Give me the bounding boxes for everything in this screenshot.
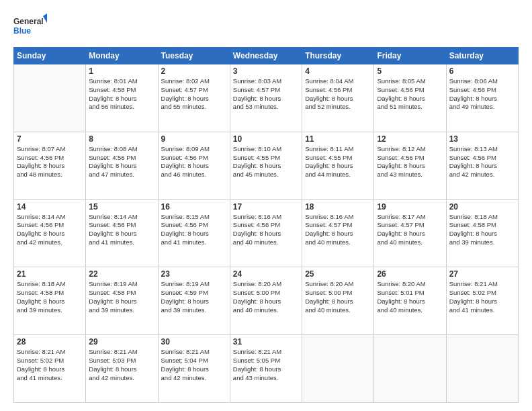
calendar-week-4: 21Sunrise: 8:18 AM Sunset: 4:58 PM Dayli… bbox=[14, 267, 519, 335]
day-info: Sunrise: 8:05 AM Sunset: 4:56 PM Dayligh… bbox=[377, 77, 443, 111]
day-info: Sunrise: 8:12 AM Sunset: 4:56 PM Dayligh… bbox=[377, 145, 443, 179]
day-number: 31 bbox=[233, 337, 299, 347]
day-info: Sunrise: 8:21 AM Sunset: 5:02 PM Dayligh… bbox=[17, 348, 83, 382]
day-number: 20 bbox=[449, 202, 515, 212]
day-info: Sunrise: 8:15 AM Sunset: 4:56 PM Dayligh… bbox=[161, 213, 227, 247]
calendar-cell: 12Sunrise: 8:12 AM Sunset: 4:56 PM Dayli… bbox=[374, 132, 446, 199]
calendar-cell: 9Sunrise: 8:09 AM Sunset: 4:56 PM Daylig… bbox=[158, 132, 230, 199]
calendar-cell: 23Sunrise: 8:19 AM Sunset: 4:59 PM Dayli… bbox=[158, 267, 230, 335]
day-number: 5 bbox=[377, 66, 443, 76]
calendar-cell: 19Sunrise: 8:17 AM Sunset: 4:57 PM Dayli… bbox=[374, 199, 446, 267]
weekday-header-saturday: Saturday bbox=[446, 48, 518, 64]
calendar-cell: 5Sunrise: 8:05 AM Sunset: 4:56 PM Daylig… bbox=[374, 64, 446, 132]
svg-marker-2 bbox=[43, 13, 47, 23]
calendar-cell: 6Sunrise: 8:06 AM Sunset: 4:56 PM Daylig… bbox=[446, 64, 518, 132]
day-info: Sunrise: 8:21 AM Sunset: 5:05 PM Dayligh… bbox=[233, 348, 299, 382]
day-number: 28 bbox=[17, 337, 83, 347]
svg-text:Blue: Blue bbox=[13, 26, 31, 36]
calendar-cell: 20Sunrise: 8:18 AM Sunset: 4:58 PM Dayli… bbox=[446, 199, 518, 267]
day-info: Sunrise: 8:20 AM Sunset: 5:00 PM Dayligh… bbox=[233, 280, 299, 314]
calendar-cell bbox=[374, 335, 446, 403]
calendar-cell: 18Sunrise: 8:16 AM Sunset: 4:57 PM Dayli… bbox=[302, 199, 374, 267]
day-info: Sunrise: 8:11 AM Sunset: 4:55 PM Dayligh… bbox=[305, 145, 371, 179]
weekday-header-tuesday: Tuesday bbox=[158, 48, 230, 64]
day-number: 9 bbox=[161, 134, 227, 144]
day-info: Sunrise: 8:21 AM Sunset: 5:04 PM Dayligh… bbox=[161, 348, 227, 382]
day-number: 27 bbox=[449, 269, 515, 279]
day-info: Sunrise: 8:01 AM Sunset: 4:58 PM Dayligh… bbox=[89, 77, 154, 111]
day-info: Sunrise: 8:04 AM Sunset: 4:56 PM Dayligh… bbox=[305, 77, 371, 111]
day-info: Sunrise: 8:16 AM Sunset: 4:57 PM Dayligh… bbox=[305, 213, 371, 247]
day-number: 16 bbox=[161, 202, 227, 212]
svg-text:General: General bbox=[13, 17, 44, 26]
day-number: 14 bbox=[17, 202, 83, 212]
day-number: 10 bbox=[233, 134, 299, 144]
day-info: Sunrise: 8:18 AM Sunset: 4:58 PM Dayligh… bbox=[17, 280, 83, 314]
day-info: Sunrise: 8:08 AM Sunset: 4:56 PM Dayligh… bbox=[89, 145, 154, 179]
calendar-cell: 3Sunrise: 8:03 AM Sunset: 4:57 PM Daylig… bbox=[230, 64, 302, 132]
day-number: 13 bbox=[449, 134, 515, 144]
day-number: 30 bbox=[161, 337, 227, 347]
day-number: 1 bbox=[89, 66, 154, 76]
day-number: 24 bbox=[233, 269, 299, 279]
day-info: Sunrise: 8:18 AM Sunset: 4:58 PM Dayligh… bbox=[449, 213, 515, 247]
weekday-header-wednesday: Wednesday bbox=[230, 48, 302, 64]
weekday-header-monday: Monday bbox=[86, 48, 158, 64]
day-number: 12 bbox=[377, 134, 443, 144]
weekday-header-thursday: Thursday bbox=[302, 48, 374, 64]
calendar-cell bbox=[302, 335, 374, 403]
calendar-table: SundayMondayTuesdayWednesdayThursdayFrid… bbox=[13, 47, 519, 403]
calendar-cell: 16Sunrise: 8:15 AM Sunset: 4:56 PM Dayli… bbox=[158, 199, 230, 267]
day-number: 22 bbox=[89, 269, 154, 279]
calendar-week-2: 7Sunrise: 8:07 AM Sunset: 4:56 PM Daylig… bbox=[14, 132, 519, 199]
calendar-cell: 8Sunrise: 8:08 AM Sunset: 4:56 PM Daylig… bbox=[86, 132, 158, 199]
day-number: 19 bbox=[377, 202, 443, 212]
day-number: 11 bbox=[305, 134, 371, 144]
day-info: Sunrise: 8:10 AM Sunset: 4:55 PM Dayligh… bbox=[233, 145, 299, 179]
calendar-cell: 10Sunrise: 8:10 AM Sunset: 4:55 PM Dayli… bbox=[230, 132, 302, 199]
day-info: Sunrise: 8:06 AM Sunset: 4:56 PM Dayligh… bbox=[449, 77, 515, 111]
day-info: Sunrise: 8:19 AM Sunset: 4:59 PM Dayligh… bbox=[161, 280, 227, 314]
calendar-cell: 26Sunrise: 8:20 AM Sunset: 5:01 PM Dayli… bbox=[374, 267, 446, 335]
page: General Blue SundayMondayTuesdayWednesda… bbox=[0, 0, 532, 411]
calendar-cell bbox=[446, 335, 518, 403]
day-number: 26 bbox=[377, 269, 443, 279]
day-info: Sunrise: 8:14 AM Sunset: 4:56 PM Dayligh… bbox=[89, 213, 154, 247]
calendar-cell: 14Sunrise: 8:14 AM Sunset: 4:56 PM Dayli… bbox=[14, 199, 86, 267]
day-number: 29 bbox=[89, 337, 154, 347]
day-number: 18 bbox=[305, 202, 371, 212]
calendar-cell: 27Sunrise: 8:21 AM Sunset: 5:02 PM Dayli… bbox=[446, 267, 518, 335]
day-number: 8 bbox=[89, 134, 154, 144]
calendar-cell: 11Sunrise: 8:11 AM Sunset: 4:55 PM Dayli… bbox=[302, 132, 374, 199]
day-info: Sunrise: 8:17 AM Sunset: 4:57 PM Dayligh… bbox=[377, 213, 443, 247]
calendar-cell: 31Sunrise: 8:21 AM Sunset: 5:05 PM Dayli… bbox=[230, 335, 302, 403]
logo-svg: General Blue bbox=[13, 13, 47, 40]
calendar-cell: 25Sunrise: 8:20 AM Sunset: 5:00 PM Dayli… bbox=[302, 267, 374, 335]
day-number: 6 bbox=[449, 66, 515, 76]
calendar-week-1: 1Sunrise: 8:01 AM Sunset: 4:58 PM Daylig… bbox=[14, 64, 519, 132]
day-info: Sunrise: 8:19 AM Sunset: 4:58 PM Dayligh… bbox=[89, 280, 154, 314]
day-number: 7 bbox=[17, 134, 83, 144]
day-number: 2 bbox=[161, 66, 227, 76]
weekday-header-sunday: Sunday bbox=[14, 48, 86, 64]
day-number: 15 bbox=[89, 202, 154, 212]
header: General Blue bbox=[13, 11, 519, 40]
day-number: 21 bbox=[17, 269, 83, 279]
day-info: Sunrise: 8:03 AM Sunset: 4:57 PM Dayligh… bbox=[233, 77, 299, 111]
calendar-cell: 30Sunrise: 8:21 AM Sunset: 5:04 PM Dayli… bbox=[158, 335, 230, 403]
calendar-cell: 28Sunrise: 8:21 AM Sunset: 5:02 PM Dayli… bbox=[14, 335, 86, 403]
day-info: Sunrise: 8:21 AM Sunset: 5:02 PM Dayligh… bbox=[449, 280, 515, 314]
day-number: 23 bbox=[161, 269, 227, 279]
calendar-cell: 22Sunrise: 8:19 AM Sunset: 4:58 PM Dayli… bbox=[86, 267, 158, 335]
day-info: Sunrise: 8:21 AM Sunset: 5:03 PM Dayligh… bbox=[89, 348, 154, 382]
day-info: Sunrise: 8:02 AM Sunset: 4:57 PM Dayligh… bbox=[161, 77, 227, 111]
day-info: Sunrise: 8:20 AM Sunset: 5:00 PM Dayligh… bbox=[305, 280, 371, 314]
day-info: Sunrise: 8:14 AM Sunset: 4:56 PM Dayligh… bbox=[17, 213, 83, 247]
weekday-header-friday: Friday bbox=[374, 48, 446, 64]
calendar-cell bbox=[14, 64, 86, 132]
logo: General Blue bbox=[13, 13, 47, 40]
calendar-cell: 21Sunrise: 8:18 AM Sunset: 4:58 PM Dayli… bbox=[14, 267, 86, 335]
calendar-week-5: 28Sunrise: 8:21 AM Sunset: 5:02 PM Dayli… bbox=[14, 335, 519, 403]
calendar-cell: 15Sunrise: 8:14 AM Sunset: 4:56 PM Dayli… bbox=[86, 199, 158, 267]
calendar-cell: 13Sunrise: 8:13 AM Sunset: 4:56 PM Dayli… bbox=[446, 132, 518, 199]
